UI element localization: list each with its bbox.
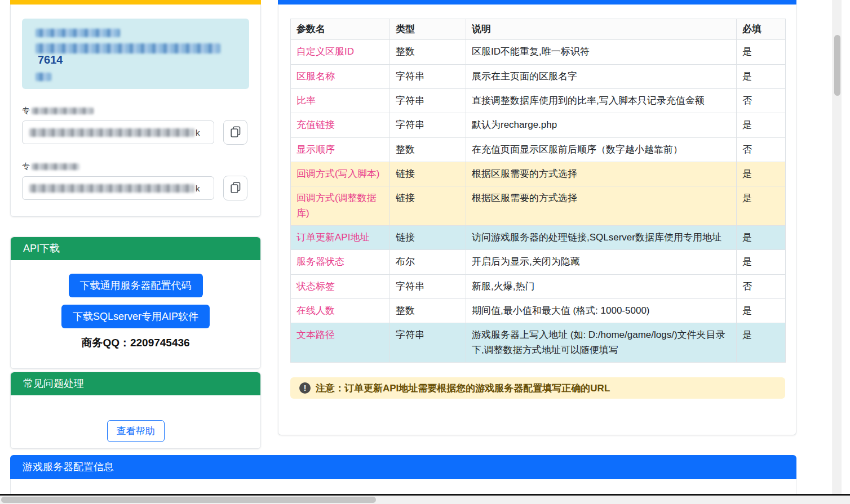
- param-name-cell: 充值链接: [291, 113, 390, 137]
- label-prefix: 专: [22, 106, 30, 115]
- redacted-text: [36, 73, 51, 81]
- table-row: 回调方式(调整数据库) 链接 根据区服需要的方式选择 是: [291, 186, 786, 226]
- redacted-input-value: [29, 184, 194, 193]
- vertical-scrollbar-thumb[interactable]: [834, 35, 840, 96]
- param-table-body: 自定义区服ID 整数 区服ID不能重复,唯一标识符 是 区服名称 字符串 展示在…: [291, 40, 786, 363]
- api-url-input-1[interactable]: k: [22, 121, 214, 144]
- table-row: 在线人数 整数 期间值,最小值和最大值 (格式: 1000-5000) 是: [291, 299, 786, 323]
- param-name-cell: 比率: [291, 89, 390, 113]
- param-type-cell: 链接: [390, 226, 466, 250]
- param-type-cell: 布尔: [390, 250, 466, 274]
- redacted-text: [36, 29, 120, 37]
- params-card: 参数名 类型 说明 必填 自定义区服ID 整数 区服ID不能重复,唯一标识符 是…: [278, 5, 796, 435]
- param-type-cell: 字符串: [390, 323, 466, 363]
- param-desc-cell: 游戏服务器上写入地址 (如: D:/home/game/logs/)文件夹目录下…: [466, 323, 737, 363]
- param-required-cell: 否: [737, 89, 786, 113]
- table-row: 自定义区服ID 整数 区服ID不能重复,唯一标识符 是: [291, 40, 786, 64]
- api-url-input-2[interactable]: k: [22, 176, 214, 200]
- param-required-cell: 是: [737, 250, 786, 274]
- table-row: 订单更新API地址 链接 访问游戏服务器的处理链接,SQLserver数据库使用…: [291, 226, 786, 250]
- param-type-cell: 字符串: [390, 64, 466, 88]
- param-name-cell: 显示顺序: [291, 137, 390, 162]
- api-url-group-2: k: [22, 176, 249, 200]
- param-required-cell: 是: [737, 64, 786, 88]
- param-required-cell: 是: [737, 299, 786, 323]
- param-desc-cell: 新服,火爆,热门: [466, 274, 737, 298]
- table-row: 状态标签 字符串 新服,火爆,热门 否: [291, 274, 786, 298]
- horizontal-scrollbar-track[interactable]: [0, 496, 850, 504]
- param-name-cell: 区服名称: [291, 64, 390, 88]
- params-card-header-strip: [278, 0, 796, 5]
- copy-icon: [231, 126, 241, 139]
- input-visible-char: k: [196, 184, 200, 193]
- redacted-info-line: [36, 28, 236, 38]
- param-required-cell: 是: [737, 40, 786, 64]
- account-card: 7614 专 k 专 k: [10, 5, 261, 217]
- redacted-info-line: [36, 72, 236, 82]
- header-param-desc: 说明: [466, 19, 737, 40]
- account-id-line: 7614: [36, 43, 236, 66]
- table-row: 文本路径 字符串 游戏服务器上写入地址 (如: D:/home/game/log…: [291, 323, 786, 363]
- header-param-required: 必填: [737, 19, 786, 40]
- table-row: 服务器状态 布尔 开启后为显示,关闭为隐藏 是: [291, 250, 786, 274]
- note-box: ! 注意：订单更新API地址需要根据您的游戏服务器配置填写正确的URL: [290, 377, 785, 399]
- account-info-alert: 7614: [22, 19, 249, 89]
- download-sqlserver-api-button[interactable]: 下载SQLserver专用AIP软件: [61, 305, 210, 328]
- api-url-group-1: k: [22, 120, 249, 145]
- param-type-cell: 链接: [390, 162, 466, 186]
- param-desc-cell: 根据区服需要的方式选择: [466, 186, 737, 226]
- param-desc-cell: 访问游戏服务器的处理链接,SQLserver数据库使用专用地址: [466, 226, 737, 250]
- param-desc-cell: 开启后为显示,关闭为隐藏: [466, 250, 737, 274]
- api-download-card-title: API下载: [11, 237, 260, 260]
- copy-button-2[interactable]: [223, 176, 247, 200]
- param-name-cell: 在线人数: [291, 299, 390, 323]
- api-download-card: API下载 下载通用服务器配置代码 下载SQLserver专用AIP软件 商务Q…: [10, 237, 261, 369]
- param-required-cell: 否: [737, 137, 786, 162]
- param-name-cell: 订单更新API地址: [291, 226, 390, 250]
- param-desc-cell: 默认为recharge.php: [466, 113, 737, 137]
- download-generic-config-button[interactable]: 下载通用服务器配置代码: [69, 274, 203, 297]
- note-text: 注意：订单更新API地址需要根据您的游戏服务器配置填写正确的URL: [316, 382, 610, 395]
- param-desc-cell: 直接调整数据库使用到的比率,写入脚本只记录充值金额: [466, 89, 737, 113]
- redacted-label: [32, 108, 94, 114]
- game-server-config-section-header: 游戏服务器配置信息: [10, 455, 796, 479]
- faq-card-title: 常见问题处理: [11, 372, 260, 395]
- param-type-cell: 字符串: [390, 274, 466, 298]
- param-name-cell: 回调方式(调整数据库): [291, 186, 390, 226]
- param-required-cell: 是: [737, 323, 786, 363]
- param-type-cell: 字符串: [390, 113, 466, 137]
- view-help-button[interactable]: 查看帮助: [107, 420, 165, 442]
- account-id-suffix: 7614: [38, 53, 63, 66]
- label-prefix: 专: [22, 162, 30, 171]
- table-row: 充值链接 字符串 默认为recharge.php 是: [291, 113, 786, 137]
- account-card-header-strip: [10, 0, 261, 5]
- param-required-cell: 否: [737, 274, 786, 298]
- param-name-cell: 文本路径: [291, 323, 390, 363]
- table-header-row: 参数名 类型 说明 必填: [291, 19, 786, 40]
- table-row: 回调方式(写入脚本) 链接 根据区服需要的方式选择 是: [291, 162, 786, 186]
- param-desc-cell: 期间值,最小值和最大值 (格式: 1000-5000): [466, 299, 737, 323]
- input-visible-char: k: [196, 128, 200, 137]
- param-type-cell: 整数: [390, 299, 466, 323]
- param-type-cell: 链接: [390, 186, 466, 226]
- game-server-config-section-body: [10, 479, 796, 494]
- header-param-name: 参数名: [291, 19, 390, 40]
- param-type-cell: 整数: [390, 137, 466, 162]
- table-row: 显示顺序 整数 在充值页面显示区服前后顺序（数字越小越靠前） 否: [291, 137, 786, 162]
- redacted-text: [36, 43, 220, 53]
- copy-button-1[interactable]: [223, 120, 247, 145]
- copy-icon: [231, 182, 241, 195]
- param-type-cell: 字符串: [390, 89, 466, 113]
- param-required-cell: 是: [737, 162, 786, 186]
- param-name-cell: 回调方式(写入脚本): [291, 162, 390, 186]
- param-desc-cell: 区服ID不能重复,唯一标识符: [466, 40, 737, 64]
- redacted-label: [32, 163, 79, 170]
- param-required-cell: 是: [737, 113, 786, 137]
- table-row: 比率 字符串 直接调整数据库使用到的比率,写入脚本只记录充值金额 否: [291, 89, 786, 113]
- vertical-scrollbar-track[interactable]: [833, 0, 842, 494]
- business-qq-text: 商务QQ：2209745436: [11, 336, 260, 350]
- api-url-label-2: 专: [22, 162, 249, 172]
- params-table: 参数名 类型 说明 必填 自定义区服ID 整数 区服ID不能重复,唯一标识符 是…: [290, 19, 786, 363]
- horizontal-scrollbar-thumb[interactable]: [1, 497, 376, 503]
- param-type-cell: 整数: [390, 40, 466, 64]
